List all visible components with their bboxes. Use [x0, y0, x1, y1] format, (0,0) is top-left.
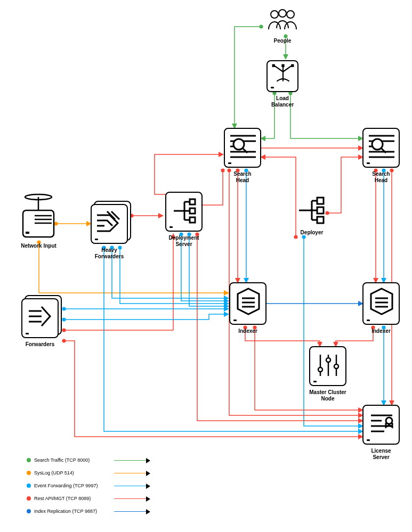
- legend-index-replication: Index Replication (TCP 9887): [27, 509, 146, 514]
- deployment-server-label: Deployment Server: [165, 235, 203, 248]
- search-head-2-label: Search Head: [362, 171, 400, 184]
- svg-point-23: [372, 139, 383, 150]
- node-forwarders: Forwarders: [21, 298, 59, 348]
- arrow-icon: [114, 498, 146, 499]
- forwarders-icon: [21, 298, 59, 339]
- svg-rect-37: [190, 217, 195, 223]
- deployment-server-icon: [165, 192, 203, 232]
- node-indexer-2: Indexer: [362, 282, 400, 334]
- svg-rect-10: [291, 64, 294, 67]
- legend-label: Index Replication (TCP 9887): [34, 509, 114, 514]
- forwarders-label: Forwarders: [21, 341, 59, 348]
- legend-label: Search Traffic (TCP 8000): [34, 457, 114, 463]
- arrow-icon: [114, 473, 146, 473]
- node-indexer-1: Indexer: [229, 282, 266, 334]
- svg-point-16: [233, 139, 244, 150]
- load-balancer-label: Load Balancer: [266, 95, 298, 108]
- network-input-icon: [19, 192, 59, 241]
- load-balancer-icon: [266, 60, 298, 92]
- heavy-forwarders-label: Heavy Forwarders: [91, 247, 128, 260]
- master-cluster-icon: [309, 346, 346, 386]
- svg-point-6: [279, 10, 286, 17]
- svg-point-7: [287, 11, 294, 18]
- node-search-head-2: Search Head: [362, 128, 400, 184]
- legend-label: Rest API/MGT (TCP 8089): [34, 496, 114, 501]
- indexer-icon: [229, 282, 266, 325]
- svg-rect-34: [26, 232, 29, 234]
- indexer-1-label: Indexer: [229, 328, 266, 334]
- legend-event-forwarding: Event Forwarding (TCP 9997): [27, 483, 146, 488]
- node-search-head-1: Search Head: [224, 128, 261, 184]
- diagram-canvas: People Load Balancer: [0, 0, 412, 532]
- heavy-forwarders-icon: [91, 204, 128, 245]
- svg-rect-25: [317, 198, 324, 204]
- people-label: People: [261, 38, 304, 44]
- indexer-icon: [362, 282, 400, 325]
- dot-icon: [27, 509, 31, 513]
- search-head-1-label: Search Head: [224, 171, 261, 184]
- connections-layer: [0, 0, 412, 532]
- node-deployment-server: Deployment Server: [165, 192, 203, 248]
- arrow-icon: [114, 511, 146, 512]
- search-head-icon: [224, 128, 261, 168]
- svg-rect-8: [272, 64, 275, 67]
- search-head-icon: [362, 128, 400, 168]
- arrow-icon: [114, 460, 146, 461]
- node-master-cluster: Master Cluster Node: [309, 346, 346, 402]
- network-input-label: Network Input: [19, 243, 59, 249]
- node-license-server: License Server: [362, 405, 400, 461]
- legend-label: Event Forwarding (TCP 9997): [34, 483, 114, 488]
- dot-icon: [27, 496, 31, 501]
- svg-point-45: [318, 367, 322, 372]
- legend: Search Traffic (TCP 8000) SysLog (UDP 51…: [27, 457, 146, 521]
- legend-syslog: SysLog (UDP 514): [27, 470, 146, 476]
- license-server-icon: [362, 405, 400, 445]
- svg-point-5: [271, 11, 278, 18]
- svg-point-49: [334, 364, 338, 369]
- node-load-balancer: Load Balancer: [266, 60, 298, 108]
- legend-rest-api: Rest API/MGT (TCP 8089): [27, 496, 146, 501]
- legend-search-traffic: Search Traffic (TCP 8000): [27, 457, 146, 463]
- svg-rect-36: [190, 208, 195, 214]
- node-heavy-forwarders: Heavy Forwarders: [91, 204, 128, 260]
- deployer-label: Deployer: [296, 230, 328, 236]
- node-network-input: Network Input: [19, 192, 59, 249]
- dot-icon: [27, 484, 31, 488]
- indexer-2-label: Indexer: [362, 328, 400, 334]
- dot-icon: [27, 471, 31, 475]
- arrow-icon: [114, 486, 146, 486]
- svg-rect-26: [317, 207, 324, 214]
- svg-rect-35: [190, 199, 195, 204]
- deployer-icon: [296, 194, 328, 227]
- svg-rect-27: [317, 217, 324, 223]
- license-server-label: License Server: [362, 448, 400, 461]
- svg-point-47: [326, 358, 330, 362]
- node-deployer: Deployer: [296, 194, 328, 236]
- svg-point-54: [386, 418, 392, 424]
- dot-icon: [27, 458, 31, 462]
- master-cluster-label: Master Cluster Node: [309, 389, 346, 402]
- legend-label: SysLog (UDP 514): [34, 470, 114, 476]
- node-people: People: [261, 8, 304, 44]
- people-icon: [261, 8, 304, 36]
